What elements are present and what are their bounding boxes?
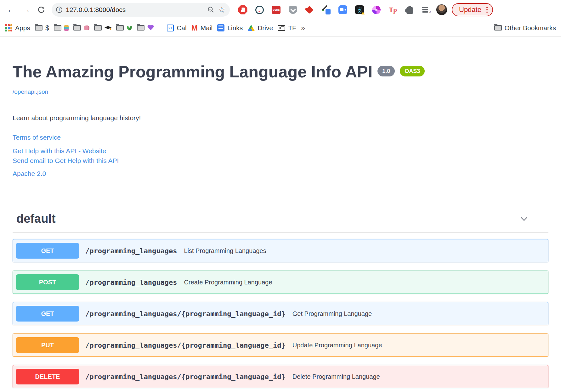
endpoint-summary: Get Programming Language: [292, 310, 372, 317]
cors-extension-icon[interactable]: CORS: [271, 5, 281, 14]
bookmark-folder-dollar[interactable]: $: [35, 24, 49, 32]
bookmark-links[interactable]: Links: [217, 24, 243, 32]
method-badge: GET: [16, 243, 79, 259]
bookmark-folder-brain[interactable]: [73, 25, 89, 31]
zoom-out-icon[interactable]: [207, 6, 215, 14]
drive-label: Drive: [258, 24, 273, 32]
profile-avatar[interactable]: [436, 4, 447, 15]
brain-emoji-icon: [84, 25, 89, 30]
endpoint-summary: Update Programming Language: [292, 342, 382, 349]
folder-icon: [116, 25, 124, 31]
folder-icon: [35, 25, 42, 31]
endpoint-summary: Delete Programming Language: [292, 373, 380, 380]
extensions-row: CORS Tp ♪: [238, 5, 431, 14]
bookmark-mail[interactable]: M Mail: [191, 24, 213, 32]
purple-heart-emoji-icon: [147, 25, 154, 31]
page-info-icon[interactable]: i: [56, 7, 62, 13]
forward-button[interactable]: →: [20, 3, 33, 16]
apps-grid-icon: [5, 24, 12, 31]
browser-toolbar: ← → i 127.0.0.1:8000/docs ☆ CORS: [0, 0, 561, 20]
api-title-text: The Amazing Programming Language Info AP…: [13, 63, 372, 81]
bookmark-tf[interactable]: TF: [278, 24, 296, 32]
calendar-icon: 27: [167, 25, 174, 31]
folder-icon: [494, 25, 502, 31]
endpoint-path: /programming_languages/{programming_lang…: [85, 373, 286, 381]
red-diamond-extension-icon[interactable]: [305, 5, 314, 14]
purple-pinwheel-extension-icon[interactable]: [371, 5, 381, 14]
bookmark-folder-graduation[interactable]: [94, 25, 111, 31]
operations-list: GET /programming_languages List Programm…: [13, 239, 548, 388]
operation-row-post-create[interactable]: POST /programming_languages Create Progr…: [13, 271, 548, 294]
bookmark-folder-carousel[interactable]: [54, 25, 69, 31]
send-email-link[interactable]: Send email to Get Help with this API: [13, 157, 548, 165]
color-picker-extension-icon[interactable]: [321, 5, 331, 14]
bookmark-folder-heart[interactable]: [137, 25, 154, 31]
chevron-down-icon[interactable]: [521, 214, 527, 221]
gmail-icon: M: [191, 24, 198, 32]
endpoint-path: /programming_languages: [85, 278, 177, 286]
folder-icon: [94, 25, 102, 31]
license-link[interactable]: Apache 2.0: [13, 170, 548, 177]
apps-shortcut[interactable]: Apps: [5, 24, 30, 32]
carousel-emoji-icon: [64, 25, 69, 31]
extensions-puzzle-icon[interactable]: [405, 5, 414, 14]
operation-row-get-one[interactable]: GET /programming_languages/{programming_…: [13, 302, 548, 325]
media-queue-icon[interactable]: ♪: [422, 5, 431, 14]
herb-emoji-icon: [127, 25, 132, 31]
tf-card-icon: [278, 25, 285, 31]
cors-label: CORS: [272, 6, 280, 14]
swagger-ui-page: The Amazing Programming Language Info AP…: [0, 36, 561, 388]
kebab-menu-icon[interactable]: [486, 9, 488, 11]
operation-row-delete[interactable]: DELETE /programming_languages/{programmi…: [13, 365, 548, 388]
operation-row-put-update[interactable]: PUT /programming_languages/{programming_…: [13, 333, 548, 357]
endpoint-summary: Create Programming Language: [184, 279, 272, 286]
api-info-section: The Amazing Programming Language Info AP…: [0, 36, 561, 177]
section-header[interactable]: default: [13, 212, 548, 233]
graduation-cap-emoji-icon: [105, 26, 111, 30]
other-bookmarks-label: Other Bookmarks: [505, 24, 556, 32]
folder-icon: [54, 25, 61, 31]
mail-label: Mail: [201, 24, 213, 32]
section-title: default: [16, 212, 56, 226]
version-badge: 1.0: [377, 66, 395, 76]
links-label: Links: [227, 24, 243, 32]
reload-icon: [37, 6, 45, 14]
adblock-extension-icon[interactable]: [238, 5, 247, 14]
back-button[interactable]: ←: [4, 3, 18, 16]
video-call-extension-icon[interactable]: [338, 5, 348, 14]
chrome-update-button[interactable]: Update: [452, 3, 493, 16]
oas3-badge: OAS3: [400, 66, 425, 76]
default-tag-section: default GET /programming_languages List …: [0, 212, 561, 388]
apps-label: Apps: [15, 24, 30, 32]
url-text[interactable]: 127.0.0.1:8000/docs: [66, 6, 204, 14]
pocket-extension-icon[interactable]: [288, 5, 298, 14]
get-help-website-link[interactable]: Get Help with this API - Website: [13, 147, 548, 155]
chat-bubble-extension-icon[interactable]: [255, 5, 264, 14]
bookmark-drive[interactable]: Drive: [247, 24, 273, 32]
terms-of-service-link[interactable]: Terms of service: [13, 134, 548, 141]
endpoint-summary: List Programming Languages: [184, 247, 266, 255]
folder-icon: [137, 25, 144, 31]
links-icon: [217, 24, 224, 31]
tp-extension-icon[interactable]: Tp: [388, 5, 398, 14]
method-badge: DELETE: [16, 369, 79, 384]
bookmarks-overflow-chevron[interactable]: »: [301, 24, 305, 32]
method-badge: PUT: [16, 337, 79, 353]
method-badge: POST: [16, 274, 79, 290]
folder-icon: [73, 25, 81, 31]
address-bar[interactable]: i 127.0.0.1:8000/docs ☆: [52, 3, 230, 17]
bookmark-star-icon[interactable]: ☆: [218, 6, 225, 14]
dollar-label: $: [45, 24, 49, 32]
method-badge: GET: [16, 306, 79, 322]
openapi-json-link[interactable]: /openapi.json: [13, 88, 48, 95]
bookmarks-divider: [489, 23, 489, 33]
update-label: Update: [459, 6, 481, 14]
bookmark-folder-herb[interactable]: [116, 25, 132, 31]
bookmark-calendar[interactable]: 27 Cal: [167, 24, 187, 32]
api-description: Learn about programming language history…: [13, 114, 548, 122]
reload-button[interactable]: [35, 3, 48, 16]
operation-row-get-list[interactable]: GET /programming_languages List Programm…: [13, 239, 548, 262]
endpoint-path: /programming_languages/{programming_lang…: [85, 341, 286, 349]
react-devtools-extension-icon[interactable]: [355, 5, 364, 14]
other-bookmarks[interactable]: Other Bookmarks: [494, 24, 556, 32]
